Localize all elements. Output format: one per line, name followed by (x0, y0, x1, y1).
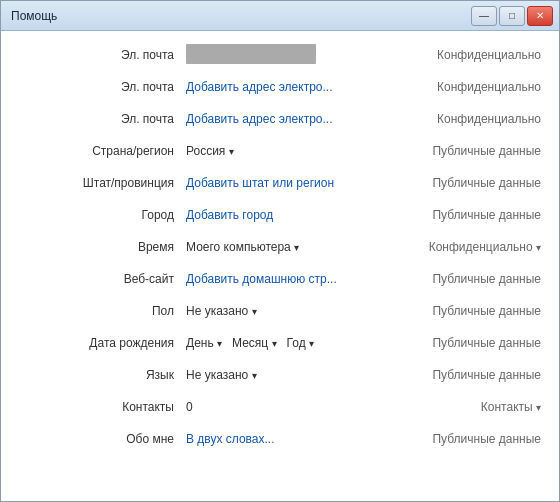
table-row: Контакты 0 Контакты ▾ (1, 391, 559, 423)
field-value: Добавить штат или регион (186, 176, 414, 190)
contacts-count: 0 (186, 400, 193, 414)
field-label: Пол (1, 304, 186, 318)
privacy-dropdown[interactable]: Конфиденциально ▾ (414, 240, 559, 254)
privacy-label: Публичные данные (414, 304, 559, 318)
gender-dropdown[interactable]: Не указано ▾ (186, 304, 257, 318)
field-value: Не указано ▾ (186, 368, 414, 382)
table-row: Эл. почта Конфиденциально (1, 39, 559, 71)
add-website-link[interactable]: Добавить домашнюю стр... (186, 272, 337, 286)
table-row: Штат/провинция Добавить штат или регион … (1, 167, 559, 199)
field-value: Добавить адрес электро... (186, 112, 414, 126)
country-dropdown[interactable]: Россия ▾ (186, 144, 234, 158)
field-value: Добавить адрес электро... (186, 80, 414, 94)
scroll-area[interactable]: Эл. почта Конфиденциально Эл. почта Доба… (1, 31, 559, 501)
privacy-label: Публичные данные (414, 176, 559, 190)
field-label: Эл. почта (1, 80, 186, 94)
table-row: Дата рождения День ▾ Месяц ▾ Год ▾ Публи… (1, 327, 559, 359)
field-label: Штат/провинция (1, 176, 186, 190)
table-row: Обо мне В двух словах... Публичные данны… (1, 423, 559, 455)
table-row: Веб-сайт Добавить домашнюю стр... Публич… (1, 263, 559, 295)
field-label: Веб-сайт (1, 272, 186, 286)
privacy-label: Конфиденциально (414, 48, 559, 62)
field-value: Добавить домашнюю стр... (186, 272, 414, 286)
field-value: День ▾ Месяц ▾ Год ▾ (186, 336, 414, 350)
field-label: Страна/регион (1, 144, 186, 158)
minimize-button[interactable]: — (471, 6, 497, 26)
field-value: 0 (186, 400, 414, 414)
add-email-link-2[interactable]: Добавить адрес электро... (186, 112, 333, 126)
field-label: Контакты (1, 400, 186, 414)
table-row: Пол Не указано ▾ Публичные данные (1, 295, 559, 327)
field-label: Дата рождения (1, 336, 186, 350)
field-value: Моего компьютера ▾ (186, 240, 414, 254)
field-label: Эл. почта (1, 112, 186, 126)
window-title: Помощь (11, 9, 57, 23)
time-dropdown[interactable]: Моего компьютера ▾ (186, 240, 299, 254)
field-label: Эл. почта (1, 48, 186, 62)
month-dropdown[interactable]: Месяц ▾ (232, 336, 277, 350)
close-button[interactable]: ✕ (527, 6, 553, 26)
field-label: Язык (1, 368, 186, 382)
day-dropdown[interactable]: День ▾ (186, 336, 222, 350)
field-value: Не указано ▾ (186, 304, 414, 318)
content-area: Эл. почта Конфиденциально Эл. почта Доба… (1, 31, 559, 501)
privacy-label: Публичные данные (414, 272, 559, 286)
table-row: Время Моего компьютера ▾ Конфиденциально… (1, 231, 559, 263)
table-row: Язык Не указано ▾ Публичные данные (1, 359, 559, 391)
about-me-link[interactable]: В двух словах... (186, 432, 275, 446)
email-filled-input[interactable] (186, 44, 316, 64)
privacy-label: Публичные данные (414, 144, 559, 158)
language-dropdown[interactable]: Не указано ▾ (186, 368, 257, 382)
table-row: Страна/регион Россия ▾ Публичные данные (1, 135, 559, 167)
field-label: Город (1, 208, 186, 222)
table-row: Эл. почта Добавить адрес электро... Конф… (1, 71, 559, 103)
window-controls: — □ ✕ (471, 6, 553, 26)
privacy-label: Публичные данные (414, 432, 559, 446)
year-dropdown[interactable]: Год ▾ (287, 336, 314, 350)
contacts-privacy-dropdown[interactable]: Контакты ▾ (414, 400, 559, 414)
table-row: Эл. почта Добавить адрес электро... Конф… (1, 103, 559, 135)
field-label: Время (1, 240, 186, 254)
field-label: Обо мне (1, 432, 186, 446)
field-value (186, 44, 414, 67)
table-row: Город Добавить город Публичные данные (1, 199, 559, 231)
add-state-link[interactable]: Добавить штат или регион (186, 176, 334, 190)
add-city-link[interactable]: Добавить город (186, 208, 273, 222)
privacy-label: Публичные данные (414, 368, 559, 382)
field-value: Добавить город (186, 208, 414, 222)
privacy-label: Конфиденциально (414, 112, 559, 126)
privacy-label: Конфиденциально (414, 80, 559, 94)
privacy-label: Публичные данные (414, 336, 559, 350)
field-value: В двух словах... (186, 432, 414, 446)
privacy-label: Публичные данные (414, 208, 559, 222)
add-email-link-1[interactable]: Добавить адрес электро... (186, 80, 333, 94)
field-value: Россия ▾ (186, 144, 414, 158)
maximize-button[interactable]: □ (499, 6, 525, 26)
title-bar: Помощь — □ ✕ (1, 1, 559, 31)
main-window: Помощь — □ ✕ Эл. почта Конфиденциально Э… (0, 0, 560, 502)
